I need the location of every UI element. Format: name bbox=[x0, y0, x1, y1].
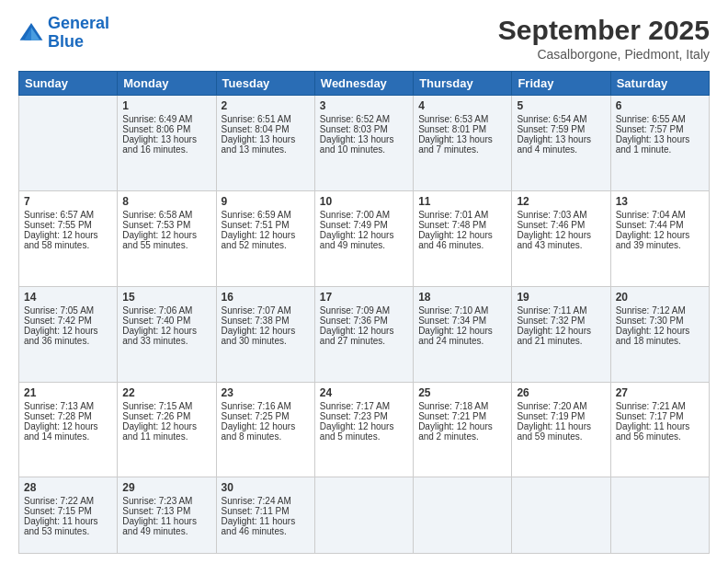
day-info-line: Sunset: 7:17 PM bbox=[616, 411, 704, 421]
week-row-4: 21Sunrise: 7:13 AMSunset: 7:28 PMDayligh… bbox=[19, 382, 710, 477]
calendar-cell: 28Sunrise: 7:22 AMSunset: 7:15 PMDayligh… bbox=[19, 477, 118, 554]
day-number: 25 bbox=[418, 386, 506, 399]
month-title: September 2025 bbox=[498, 15, 710, 45]
day-info-line: Sunset: 7:34 PM bbox=[418, 316, 506, 326]
calendar-table: SundayMondayTuesdayWednesdayThursdayFrid… bbox=[18, 71, 710, 554]
day-info-line: Sunrise: 7:13 AM bbox=[24, 401, 112, 411]
day-header-friday: Friday bbox=[512, 72, 610, 96]
day-info-line: Sunrise: 7:00 AM bbox=[320, 210, 408, 220]
day-info-line: Sunrise: 6:57 AM bbox=[24, 210, 112, 220]
day-info-line: Daylight: 12 hours bbox=[24, 230, 112, 240]
day-info-line: Sunset: 7:23 PM bbox=[320, 411, 408, 421]
day-info-line: Sunset: 7:53 PM bbox=[122, 220, 210, 230]
calendar-cell: 24Sunrise: 7:17 AMSunset: 7:23 PMDayligh… bbox=[314, 382, 413, 477]
day-number: 22 bbox=[122, 386, 210, 399]
day-number: 24 bbox=[320, 386, 408, 399]
calendar-cell: 16Sunrise: 7:07 AMSunset: 7:38 PMDayligh… bbox=[216, 286, 314, 382]
calendar-cell: 19Sunrise: 7:11 AMSunset: 7:32 PMDayligh… bbox=[512, 286, 610, 382]
week-row-1: 1Sunrise: 6:49 AMSunset: 8:06 PMDaylight… bbox=[19, 96, 710, 191]
calendar-cell: 3Sunrise: 6:52 AMSunset: 8:03 PMDaylight… bbox=[314, 96, 413, 191]
day-info-line: Daylight: 12 hours bbox=[222, 421, 310, 431]
day-info-line: Sunrise: 6:49 AM bbox=[122, 114, 210, 124]
logo-icon bbox=[18, 20, 44, 46]
calendar-cell: 4Sunrise: 6:53 AMSunset: 8:01 PMDaylight… bbox=[414, 96, 512, 191]
day-info-line: Sunset: 7:19 PM bbox=[517, 411, 605, 421]
day-info-line: Sunset: 7:30 PM bbox=[616, 316, 704, 326]
day-info-line: Daylight: 13 hours bbox=[616, 134, 704, 144]
day-info-line: Daylight: 12 hours bbox=[517, 230, 605, 240]
day-info-line: and 13 minutes. bbox=[222, 144, 310, 155]
day-info-line: Sunset: 7:42 PM bbox=[24, 316, 112, 326]
day-info-line: Sunrise: 7:12 AM bbox=[616, 305, 704, 316]
day-number: 18 bbox=[418, 291, 506, 304]
day-info-line: and 11 minutes. bbox=[122, 431, 210, 442]
calendar-cell: 7Sunrise: 6:57 AMSunset: 7:55 PMDaylight… bbox=[19, 190, 118, 286]
day-header-tuesday: Tuesday bbox=[216, 72, 314, 96]
day-info-line: Sunset: 7:26 PM bbox=[122, 411, 210, 421]
day-info-line: and 33 minutes. bbox=[122, 336, 210, 346]
calendar-cell: 25Sunrise: 7:18 AMSunset: 7:21 PMDayligh… bbox=[414, 382, 512, 477]
calendar-cell: 8Sunrise: 6:58 AMSunset: 7:53 PMDaylight… bbox=[118, 190, 216, 286]
calendar-cell: 17Sunrise: 7:09 AMSunset: 7:36 PMDayligh… bbox=[314, 286, 413, 382]
day-info-line: Daylight: 11 hours bbox=[24, 516, 112, 526]
day-info-line: Sunset: 7:38 PM bbox=[222, 316, 310, 326]
day-info-line: Sunset: 7:57 PM bbox=[616, 124, 704, 134]
day-info-line: Daylight: 12 hours bbox=[222, 326, 310, 336]
day-info-line: Sunrise: 6:58 AM bbox=[122, 210, 210, 220]
day-info-line: Daylight: 13 hours bbox=[320, 134, 408, 144]
day-info-line: Sunrise: 7:20 AM bbox=[517, 401, 605, 411]
day-info-line: Sunrise: 7:15 AM bbox=[122, 401, 210, 411]
calendar-cell bbox=[19, 96, 118, 191]
calendar-cell: 26Sunrise: 7:20 AMSunset: 7:19 PMDayligh… bbox=[512, 382, 610, 477]
day-info-line: Daylight: 13 hours bbox=[418, 134, 506, 144]
calendar-cell: 13Sunrise: 7:04 AMSunset: 7:44 PMDayligh… bbox=[610, 190, 709, 286]
day-info-line: Daylight: 12 hours bbox=[418, 230, 506, 240]
calendar-cell: 2Sunrise: 6:51 AMSunset: 8:04 PMDaylight… bbox=[216, 96, 314, 191]
day-info-line: Daylight: 13 hours bbox=[222, 134, 310, 144]
day-info-line: Sunrise: 6:51 AM bbox=[222, 114, 310, 124]
day-number: 19 bbox=[517, 291, 605, 304]
day-info-line: Sunrise: 7:01 AM bbox=[418, 210, 506, 220]
calendar-cell: 10Sunrise: 7:00 AMSunset: 7:49 PMDayligh… bbox=[314, 190, 413, 286]
day-number: 26 bbox=[517, 386, 605, 399]
day-number: 27 bbox=[616, 386, 704, 399]
day-number: 11 bbox=[418, 195, 506, 208]
day-info-line: Daylight: 12 hours bbox=[222, 230, 310, 240]
day-info-line: Sunset: 7:15 PM bbox=[24, 506, 112, 516]
day-info-line: and 27 minutes. bbox=[320, 336, 408, 346]
day-header-wednesday: Wednesday bbox=[314, 72, 413, 96]
day-header-thursday: Thursday bbox=[414, 72, 512, 96]
day-info-line: Daylight: 12 hours bbox=[320, 421, 408, 431]
day-info-line: Daylight: 11 hours bbox=[222, 516, 310, 526]
day-info-line: Sunrise: 7:23 AM bbox=[122, 496, 210, 506]
day-info-line: and 39 minutes. bbox=[616, 240, 704, 250]
day-info-line: Sunset: 7:25 PM bbox=[222, 411, 310, 421]
day-info-line: Sunset: 7:11 PM bbox=[222, 506, 310, 516]
day-info-line: Daylight: 13 hours bbox=[122, 134, 210, 144]
day-info-line: Daylight: 11 hours bbox=[122, 516, 210, 526]
location: Casalborgone, Piedmont, Italy bbox=[498, 47, 710, 62]
day-info-line: Sunrise: 6:54 AM bbox=[517, 114, 605, 124]
day-info-line: Sunrise: 7:07 AM bbox=[222, 305, 310, 316]
day-header-monday: Monday bbox=[118, 72, 216, 96]
day-number: 29 bbox=[122, 481, 210, 494]
day-info-line: Sunset: 7:21 PM bbox=[418, 411, 506, 421]
header-row: SundayMondayTuesdayWednesdayThursdayFrid… bbox=[19, 72, 710, 96]
day-info-line: and 21 minutes. bbox=[517, 336, 605, 346]
day-info-line: Daylight: 12 hours bbox=[418, 326, 506, 336]
day-number: 5 bbox=[517, 99, 605, 112]
day-info-line: Sunrise: 7:17 AM bbox=[320, 401, 408, 411]
day-info-line: and 59 minutes. bbox=[517, 431, 605, 442]
day-header-sunday: Sunday bbox=[19, 72, 118, 96]
day-info-line: Sunset: 7:55 PM bbox=[24, 220, 112, 230]
calendar-cell: 14Sunrise: 7:05 AMSunset: 7:42 PMDayligh… bbox=[19, 286, 118, 382]
day-info-line: Daylight: 12 hours bbox=[24, 421, 112, 431]
day-info-line: Sunset: 7:48 PM bbox=[418, 220, 506, 230]
calendar-cell bbox=[512, 477, 610, 554]
day-info-line: Sunset: 8:04 PM bbox=[222, 124, 310, 134]
day-info-line: and 2 minutes. bbox=[418, 431, 506, 442]
day-info-line: Sunset: 8:01 PM bbox=[418, 124, 506, 134]
day-info-line: Sunset: 7:46 PM bbox=[517, 220, 605, 230]
day-info-line: Daylight: 12 hours bbox=[320, 326, 408, 336]
day-info-line: and 18 minutes. bbox=[616, 336, 704, 346]
